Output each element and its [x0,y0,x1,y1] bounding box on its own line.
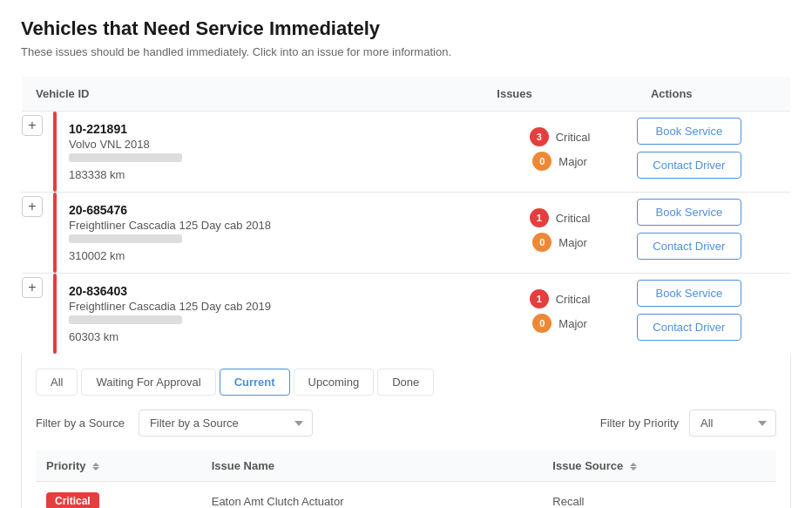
vehicle-model-2: Freightliner Cascadia 125 Day cab 2019 [69,300,483,313]
vehicle-id-0: 10-221891 [69,122,483,136]
major-label-0: Major [558,155,587,168]
th-issue-source: Issue Source [542,450,776,482]
tab-current[interactable]: Current [220,369,290,396]
actions-cell-0: Book Service Contact Driver [637,112,791,193]
major-badge-2: 0 Major [483,314,637,333]
th-issue-name: Issue Name [201,450,543,482]
priority-badge-0: Critical [46,492,99,508]
critical-badge-0: 3 Critical [483,127,637,146]
tab-upcoming[interactable]: Upcoming [294,369,375,396]
vehicle-info-1: 20-685476 Freightliner Cascadia 125 Day … [69,193,483,273]
page-container: Vehicles that Need Service Immediately T… [0,0,812,508]
critical-badge-1: 1 Critical [483,208,637,227]
vehicle-model-1: Freightliner Cascadia 125 Day cab 2018 [69,219,483,232]
page-subtitle: These issues should be handled immediate… [21,45,791,58]
issue-source-sort-icon[interactable] [630,463,637,471]
tab-done[interactable]: Done [377,369,434,396]
vehicle-row: + 10-221891 Volvo VNL 2018 183338 km 3 C… [22,112,791,193]
issue-name-0: Eaton Amt Clutch Actuator [201,482,543,509]
contact-driver-btn-2[interactable]: Contact Driver [637,314,741,341]
tab-all[interactable]: All [36,369,78,396]
vehicle-id-2: 20-836403 [69,284,483,298]
source-filter-select[interactable]: Filter by a Source [139,410,313,437]
tabs-row: AllWaiting For ApprovalCurrentUpcomingDo… [36,369,776,396]
table-header-row: Vehicle ID Issues Actions [22,77,791,112]
vehicle-km-2: 60303 km [69,330,483,343]
book-service-btn-0[interactable]: Book Service [637,118,741,145]
filters-row: Filter by a Source Filter by a Source Fi… [36,410,776,437]
vehicle-blur-1 [69,234,182,243]
vehicle-info-2: 20-836403 Freightliner Cascadia 125 Day … [69,274,483,354]
vehicle-km-0: 183338 km [69,168,483,181]
priority-filter-group: Filter by Priority All [600,410,776,437]
th-issues: Issues [483,77,637,112]
vehicle-blur-0 [69,153,182,162]
red-bar-1 [53,193,57,273]
tab-waiting-for-approval[interactable]: Waiting For Approval [81,369,215,396]
page-title: Vehicles that Need Service Immediately [21,17,791,40]
contact-driver-btn-1[interactable]: Contact Driver [637,233,741,260]
red-bar-0 [53,112,57,192]
vehicles-table: Vehicle ID Issues Actions + 10-221891 Vo… [21,76,791,355]
issues-cell-0: 3 Critical 0 Major [483,112,637,193]
red-bar-2 [53,274,57,354]
priority-filter-select[interactable]: All [689,410,776,437]
expand-btn-1[interactable]: + [22,196,43,217]
th-priority: Priority [36,450,201,482]
critical-label-2: Critical [556,293,591,306]
major-circle-1: 0 [532,233,551,252]
issues-header-row: Priority Issue Name Issue Source [36,450,776,482]
major-circle-0: 0 [532,152,551,171]
th-vehicle: Vehicle ID [22,77,484,112]
critical-badge-2: 1 Critical [483,289,637,308]
vehicle-model-0: Volvo VNL 2018 [69,138,483,151]
issue-source-0: Recall [542,482,776,509]
vehicle-cell-0: + 10-221891 Volvo VNL 2018 183338 km [22,112,484,193]
issue-priority-0: Critical [36,482,201,509]
vehicle-row: + 20-836403 Freightliner Cascadia 125 Da… [22,274,791,355]
critical-circle-1: 1 [530,208,549,227]
vehicle-km-1: 310002 km [69,249,483,262]
vehicle-cell-2: + 20-836403 Freightliner Cascadia 125 Da… [22,274,484,355]
major-badge-0: 0 Major [483,152,637,171]
priority-filter-label: Filter by Priority [600,417,679,430]
th-actions: Actions [637,77,791,112]
actions-cell-1: Book Service Contact Driver [637,193,791,274]
critical-circle-0: 3 [530,127,549,146]
contact-driver-btn-0[interactable]: Contact Driver [637,152,741,179]
vehicle-id-1: 20-685476 [69,203,483,217]
major-circle-2: 0 [532,314,551,333]
expand-btn-2[interactable]: + [22,277,43,298]
book-service-btn-2[interactable]: Book Service [637,280,741,307]
critical-label-0: Critical [556,131,591,144]
vehicle-blur-2 [69,315,182,324]
priority-sort-icon[interactable] [92,463,99,471]
issues-cell-2: 1 Critical 0 Major [483,274,637,355]
vehicle-info-0: 10-221891 Volvo VNL 2018 183338 km [69,112,483,192]
expand-btn-0[interactable]: + [22,115,43,136]
vehicle-cell-1: + 20-685476 Freightliner Cascadia 125 Da… [22,193,484,274]
major-badge-1: 0 Major [483,233,637,252]
issues-table: Priority Issue Name Issue Source [36,450,776,508]
actions-cell-2: Book Service Contact Driver [637,274,791,355]
critical-label-1: Critical [556,212,591,225]
major-label-2: Major [558,317,587,330]
source-filter-label: Filter by a Source [36,417,125,430]
vehicle-row: + 20-685476 Freightliner Cascadia 125 Da… [22,193,791,274]
critical-circle-2: 1 [530,289,549,308]
bottom-section: AllWaiting For ApprovalCurrentUpcomingDo… [21,355,791,508]
major-label-1: Major [558,236,587,249]
issues-cell-1: 1 Critical 0 Major [483,193,637,274]
book-service-btn-1[interactable]: Book Service [637,199,741,226]
issue-row: Critical Eaton Amt Clutch Actuator Recal… [36,482,776,509]
